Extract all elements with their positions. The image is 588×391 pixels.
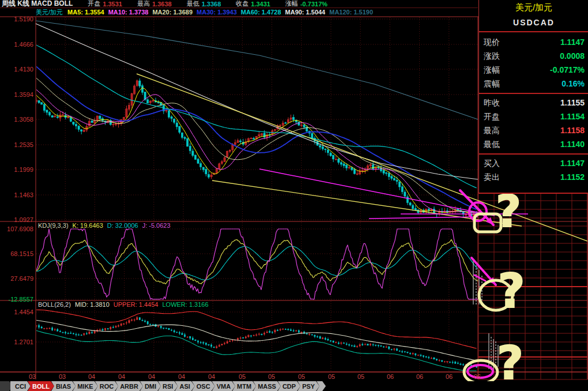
boll-name: BOLL(26,2) [38, 301, 71, 308]
main-y-label: 1.3058 [14, 116, 33, 123]
ma-item: MA30: 1.3943 [197, 9, 237, 16]
quote-row-value: 1.1140 [560, 140, 585, 149]
quote-symbol-code: USDCAD [479, 18, 588, 27]
tab-mass[interactable]: MASS [253, 381, 281, 391]
open-value: 1.3531 [103, 1, 122, 7]
tab-vma[interactable]: VMA [212, 381, 235, 391]
quote-row-value: 1.1158 [560, 126, 585, 135]
kdj-d-value: D: 32.0006 [107, 222, 138, 229]
x-axis-year-label: 06 [416, 373, 423, 380]
quote-row-value: -0.0717% [550, 65, 585, 74]
kdj-k-value: K: 19.6463 [73, 222, 103, 229]
kdj-indicator-header: KDJ(9,3,3) K: 19.6463 D: 32.0006 J: -5.0… [38, 221, 175, 229]
ma-item: MA10: 1.3738 [108, 9, 149, 16]
tab-asi[interactable]: ASI [175, 381, 194, 391]
main-y-label: 1.2535 [14, 141, 33, 148]
tab-cdp[interactable]: CDP [278, 381, 300, 391]
low-label: 最低 [187, 0, 199, 8]
quote-row: 涨幅-0.0717% [479, 63, 588, 77]
tab-mtm[interactable]: MTM [232, 381, 256, 391]
main-y-label: 1.1999 [14, 166, 33, 173]
symbol-name: 美元/加元 [36, 8, 63, 16]
ma-indicator-header: 美元/加元 MA5: 1.3554MA10: 1.3738MA20: 1.368… [36, 8, 477, 16]
x-axis-year-label: 03 [59, 373, 66, 380]
x-axis-year-label: 06 [387, 373, 394, 380]
main-y-label: 1.1463 [14, 191, 33, 198]
ma-item: MA60: 1.4728 [241, 9, 281, 16]
tab-mike[interactable]: MIKE [73, 381, 98, 391]
ma-item: MA120: 1.5190 [329, 9, 373, 16]
quote-row-label: 现价 [484, 37, 500, 48]
quote-row: 昨收1.1155 [479, 96, 588, 110]
kdj-y-label: 107.6908 [7, 225, 33, 232]
x-axis-year-label: 03 [29, 373, 36, 380]
quote-row: 涨跌0.0008 [479, 50, 588, 63]
tab-osc[interactable]: OSC [192, 381, 215, 391]
x-axis-year-label: 04 [148, 373, 155, 380]
low-value: 1.3368 [202, 1, 221, 7]
indicator-tab-bar: CCIBOLLBIASMIKEROCARBRDMIRSIASIOSCVMAMTM… [0, 381, 588, 391]
tab-arbr[interactable]: ARBR [115, 381, 143, 391]
boll-mid-value: MID: 1.3810 [75, 301, 110, 308]
quote-row: 最低1.1140 [479, 138, 588, 152]
chart-mode-title: 周线 K线 MACD BOLL [2, 0, 73, 9]
quote-row-value: 1.1155 [560, 98, 585, 107]
boll-y-label: 1.2701 [14, 339, 33, 345]
tab-cci[interactable]: CCI [10, 381, 31, 391]
boll-indicator-header: BOLL(26,2) MID: 1.3810 UPPER: 1.4454 LOW… [38, 300, 213, 308]
main-y-label: 1.3594 [14, 91, 33, 98]
kdj-name: KDJ(9,3,3) [38, 222, 69, 229]
quote-row-value: 0.0008 [560, 51, 585, 61]
quote-row-value: 0.16% [561, 79, 585, 88]
quote-symbol-title: 美元/加元 [479, 2, 588, 13]
quote-row-value: 1.1147 [560, 37, 585, 47]
quote-row-label: 买入 [484, 159, 500, 169]
high-value: 1.3638 [152, 1, 172, 7]
kdj-y-label: 27.6479 [10, 275, 33, 282]
kdj-j-value: J: -5.0623 [142, 222, 171, 229]
quote-row: 震幅0.16% [479, 77, 588, 91]
quote-row: 现价1.1147 [479, 36, 588, 50]
ma-values: MA5: 1.3554MA10: 1.3738MA20: 1.3689MA30:… [67, 9, 377, 16]
question-mark-annotation: ? [497, 264, 525, 318]
main-y-label: 1.5190 [14, 16, 33, 22]
x-axis-year-label: 05 [298, 373, 305, 380]
tab-boll[interactable]: BOLL [28, 381, 54, 391]
quote-row-label: 涨幅 [484, 65, 500, 76]
quote-separator [479, 153, 588, 155]
kdj-curves [36, 229, 478, 299]
boll-lower-value: LOWER: 1.3166 [162, 301, 208, 308]
quote-row: 开盘1.1154 [479, 110, 588, 124]
boll-y-label: 1.4454 [14, 309, 33, 315]
tab-dmi[interactable]: DMI [140, 381, 161, 391]
quote-row-value: 1.1152 [560, 172, 585, 182]
tab-psy[interactable]: PSY [297, 381, 319, 391]
quote-row-value: 1.1147 [560, 159, 585, 168]
main-y-label: 1.4130 [14, 66, 33, 73]
main-y-label: 1.0927 [14, 216, 33, 223]
close-label: 收盘 [236, 0, 248, 8]
x-axis-year-label: 04 [88, 373, 95, 380]
x-axis-year-label: 05 [239, 373, 246, 380]
quote-row-label: 开盘 [484, 112, 500, 122]
x-axis-year-label: 06 [474, 373, 481, 380]
quote-row-label: 昨收 [484, 98, 500, 108]
main-y-label: 1.4666 [14, 41, 33, 48]
x-axis-year-label: 05 [268, 373, 275, 380]
quote-row: 卖出1.1152 [479, 171, 588, 185]
quote-row-label: 最高 [484, 126, 500, 136]
open-label: 开盘 [88, 0, 100, 8]
top-info-bar: 周线 K线 MACD BOLL 开盘 1.3531 最高 1.3638 最低 1… [0, 0, 478, 8]
change-value: -0.7317% [300, 1, 327, 7]
ma-item: MA90: 1.5044 [285, 9, 326, 16]
quote-separator [479, 93, 588, 94]
kdj-y-label: -12.8557 [9, 296, 33, 303]
quote-separator [479, 31, 588, 32]
quote-row-label: 最低 [484, 140, 500, 150]
tab-rsi[interactable]: RSI [158, 381, 178, 391]
change-label: 涨幅 [285, 0, 298, 8]
quote-row-label: 涨跌 [484, 51, 500, 62]
x-axis-year-label: 04 [208, 373, 215, 380]
tab-bias[interactable]: BIAS [51, 381, 76, 391]
tab-roc[interactable]: ROC [95, 381, 118, 391]
